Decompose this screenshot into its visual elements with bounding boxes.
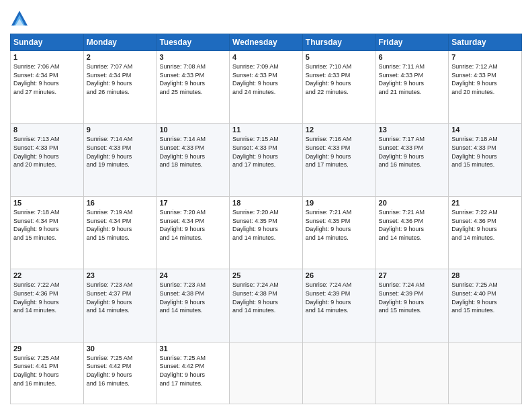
calendar-cell [375, 342, 449, 404]
calendar-table: SundayMondayTuesdayWednesdayThursdayFrid… [10, 34, 522, 404]
calendar-cell: 9Sunrise: 7:14 AM Sunset: 4:33 PM Daylig… [83, 124, 157, 196]
calendar-cell: 1Sunrise: 7:06 AM Sunset: 4:34 PM Daylig… [11, 51, 84, 124]
calendar-week-row: 15Sunrise: 7:18 AM Sunset: 4:34 PM Dayli… [11, 196, 522, 269]
day-number: 15 [13, 199, 81, 207]
day-info: Sunrise: 7:13 AM Sunset: 4:33 PM Dayligh… [13, 135, 81, 169]
day-number: 11 [232, 126, 300, 134]
day-number: 10 [159, 126, 226, 134]
day-number: 20 [379, 199, 446, 207]
weekday-header-sunday: Sunday [11, 34, 84, 51]
page: SundayMondayTuesdayWednesdayThursdayFrid… [0, 0, 532, 411]
calendar-cell: 7Sunrise: 7:12 AM Sunset: 4:33 PM Daylig… [449, 51, 522, 124]
day-number: 17 [159, 199, 226, 207]
day-number: 4 [232, 53, 300, 61]
day-info: Sunrise: 7:24 AM Sunset: 4:39 PM Dayligh… [306, 281, 373, 314]
calendar-cell: 3Sunrise: 7:08 AM Sunset: 4:33 PM Daylig… [157, 51, 230, 124]
day-number: 2 [87, 53, 154, 61]
weekday-header-thursday: Thursday [302, 34, 375, 51]
day-info: Sunrise: 7:20 AM Sunset: 4:35 PM Dayligh… [232, 208, 300, 242]
calendar-cell: 5Sunrise: 7:10 AM Sunset: 4:33 PM Daylig… [302, 51, 375, 124]
calendar-cell: 18Sunrise: 7:20 AM Sunset: 4:35 PM Dayli… [230, 196, 303, 269]
day-info: Sunrise: 7:14 AM Sunset: 4:33 PM Dayligh… [87, 135, 154, 169]
calendar-cell: 13Sunrise: 7:17 AM Sunset: 4:33 PM Dayli… [375, 124, 449, 196]
day-info: Sunrise: 7:16 AM Sunset: 4:33 PM Dayligh… [306, 135, 373, 169]
weekday-header-tuesday: Tuesday [157, 34, 230, 51]
day-number: 7 [451, 53, 519, 61]
day-info: Sunrise: 7:25 AM Sunset: 4:41 PM Dayligh… [13, 354, 81, 387]
day-number: 25 [232, 271, 300, 279]
day-info: Sunrise: 7:22 AM Sunset: 4:36 PM Dayligh… [451, 208, 519, 242]
calendar-cell: 29Sunrise: 7:25 AM Sunset: 4:41 PM Dayli… [11, 342, 84, 404]
calendar-cell [449, 342, 522, 404]
calendar-week-row: 22Sunrise: 7:22 AM Sunset: 4:36 PM Dayli… [11, 269, 522, 342]
day-number: 6 [379, 53, 446, 61]
calendar-cell: 27Sunrise: 7:24 AM Sunset: 4:39 PM Dayli… [375, 269, 449, 342]
day-info: Sunrise: 7:18 AM Sunset: 4:33 PM Dayligh… [451, 135, 519, 169]
day-info: Sunrise: 7:21 AM Sunset: 4:35 PM Dayligh… [306, 208, 373, 242]
calendar-cell: 8Sunrise: 7:13 AM Sunset: 4:33 PM Daylig… [11, 124, 84, 196]
calendar-cell: 30Sunrise: 7:25 AM Sunset: 4:42 PM Dayli… [83, 342, 157, 404]
day-info: Sunrise: 7:10 AM Sunset: 4:33 PM Dayligh… [306, 62, 373, 96]
day-number: 24 [159, 271, 226, 279]
day-info: Sunrise: 7:08 AM Sunset: 4:33 PM Dayligh… [159, 62, 226, 96]
day-info: Sunrise: 7:25 AM Sunset: 4:42 PM Dayligh… [87, 354, 154, 387]
calendar-cell: 26Sunrise: 7:24 AM Sunset: 4:39 PM Dayli… [302, 269, 375, 342]
day-info: Sunrise: 7:17 AM Sunset: 4:33 PM Dayligh… [379, 135, 446, 169]
day-info: Sunrise: 7:25 AM Sunset: 4:42 PM Dayligh… [159, 354, 226, 387]
calendar-week-row: 29Sunrise: 7:25 AM Sunset: 4:41 PM Dayli… [11, 342, 522, 404]
calendar-cell: 4Sunrise: 7:09 AM Sunset: 4:33 PM Daylig… [230, 51, 303, 124]
calendar-cell: 20Sunrise: 7:21 AM Sunset: 4:36 PM Dayli… [375, 196, 449, 269]
day-number: 13 [379, 126, 446, 134]
calendar-week-row: 8Sunrise: 7:13 AM Sunset: 4:33 PM Daylig… [11, 124, 522, 196]
calendar-cell: 12Sunrise: 7:16 AM Sunset: 4:33 PM Dayli… [302, 124, 375, 196]
day-info: Sunrise: 7:22 AM Sunset: 4:36 PM Dayligh… [13, 281, 81, 314]
day-info: Sunrise: 7:21 AM Sunset: 4:36 PM Dayligh… [379, 208, 446, 242]
day-number: 12 [306, 126, 373, 134]
day-number: 8 [13, 126, 81, 134]
day-info: Sunrise: 7:14 AM Sunset: 4:33 PM Dayligh… [159, 135, 226, 169]
day-info: Sunrise: 7:19 AM Sunset: 4:34 PM Dayligh… [87, 208, 154, 242]
day-info: Sunrise: 7:12 AM Sunset: 4:33 PM Dayligh… [451, 62, 519, 96]
calendar-cell: 11Sunrise: 7:15 AM Sunset: 4:33 PM Dayli… [230, 124, 303, 196]
calendar-cell: 17Sunrise: 7:20 AM Sunset: 4:34 PM Dayli… [157, 196, 230, 269]
weekday-header-saturday: Saturday [449, 34, 522, 51]
day-info: Sunrise: 7:20 AM Sunset: 4:34 PM Dayligh… [159, 208, 226, 242]
day-info: Sunrise: 7:24 AM Sunset: 4:39 PM Dayligh… [379, 281, 446, 314]
day-number: 22 [13, 271, 81, 279]
calendar-cell: 15Sunrise: 7:18 AM Sunset: 4:34 PM Dayli… [11, 196, 84, 269]
calendar-cell: 16Sunrise: 7:19 AM Sunset: 4:34 PM Dayli… [83, 196, 157, 269]
day-info: Sunrise: 7:11 AM Sunset: 4:33 PM Dayligh… [379, 62, 446, 96]
calendar-cell: 6Sunrise: 7:11 AM Sunset: 4:33 PM Daylig… [375, 51, 449, 124]
day-number: 27 [379, 271, 446, 279]
day-number: 16 [87, 199, 154, 207]
calendar-cell: 28Sunrise: 7:25 AM Sunset: 4:40 PM Dayli… [449, 269, 522, 342]
calendar-cell: 25Sunrise: 7:24 AM Sunset: 4:38 PM Dayli… [230, 269, 303, 342]
calendar-cell: 24Sunrise: 7:23 AM Sunset: 4:38 PM Dayli… [157, 269, 230, 342]
calendar-cell: 10Sunrise: 7:14 AM Sunset: 4:33 PM Dayli… [157, 124, 230, 196]
day-number: 19 [306, 199, 373, 207]
calendar-cell: 14Sunrise: 7:18 AM Sunset: 4:33 PM Dayli… [449, 124, 522, 196]
day-number: 3 [159, 53, 226, 61]
logo-icon [10, 9, 29, 28]
day-number: 23 [87, 271, 154, 279]
calendar-cell: 19Sunrise: 7:21 AM Sunset: 4:35 PM Dayli… [302, 196, 375, 269]
day-info: Sunrise: 7:23 AM Sunset: 4:38 PM Dayligh… [159, 281, 226, 314]
weekday-header-monday: Monday [83, 34, 157, 51]
day-number: 30 [87, 345, 154, 353]
day-number: 21 [451, 199, 519, 207]
day-info: Sunrise: 7:23 AM Sunset: 4:37 PM Dayligh… [87, 281, 154, 314]
logo [10, 9, 30, 28]
calendar-cell: 23Sunrise: 7:23 AM Sunset: 4:37 PM Dayli… [83, 269, 157, 342]
calendar-week-row: 1Sunrise: 7:06 AM Sunset: 4:34 PM Daylig… [11, 51, 522, 124]
day-number: 5 [306, 53, 373, 61]
day-info: Sunrise: 7:24 AM Sunset: 4:38 PM Dayligh… [232, 281, 300, 314]
day-info: Sunrise: 7:15 AM Sunset: 4:33 PM Dayligh… [232, 135, 300, 169]
header [10, 7, 522, 28]
calendar-cell [302, 342, 375, 404]
day-number: 26 [306, 271, 373, 279]
weekday-header-friday: Friday [375, 34, 449, 51]
day-number: 31 [159, 345, 226, 353]
weekday-header-wednesday: Wednesday [230, 34, 303, 51]
calendar-cell [230, 342, 303, 404]
day-number: 18 [232, 199, 300, 207]
